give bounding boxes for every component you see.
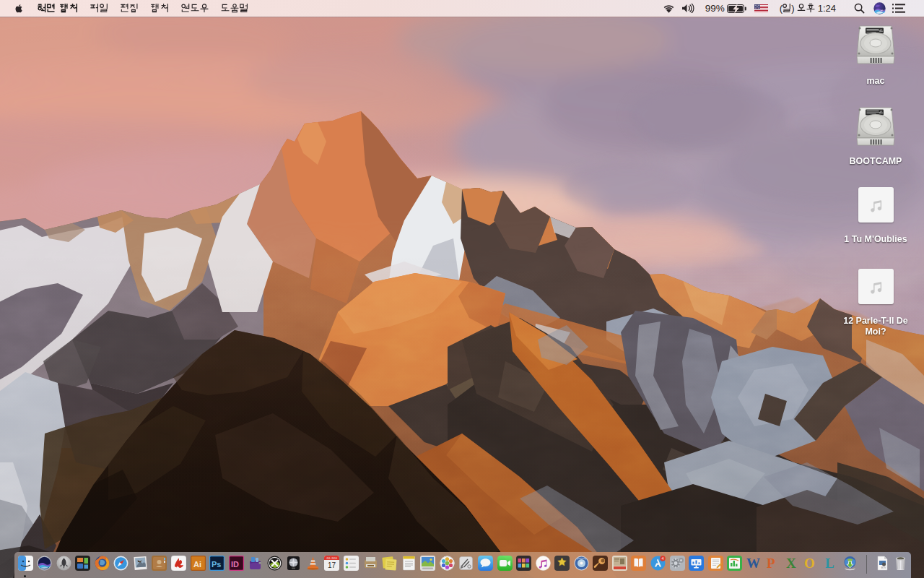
- svg-text:W: W: [746, 556, 760, 571]
- svg-text:Ps: Ps: [212, 559, 221, 568]
- svg-text:L: L: [825, 556, 834, 571]
- svg-text:MOV: MOV: [881, 566, 886, 569]
- svg-text:P: P: [767, 556, 775, 571]
- svg-text:17: 17: [328, 561, 336, 569]
- svg-text:O: O: [804, 556, 815, 571]
- svg-text:ID: ID: [231, 559, 239, 568]
- svg-text:JUL 2016: JUL 2016: [327, 556, 338, 559]
- svg-text:4: 4: [661, 556, 663, 560]
- svg-text:Ai: Ai: [193, 559, 201, 568]
- svg-text:X: X: [786, 556, 796, 571]
